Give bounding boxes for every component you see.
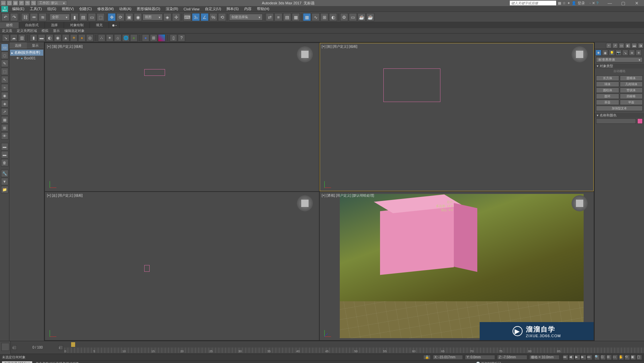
prim-sphere[interactable]: 球体 xyxy=(596,82,619,87)
ltc-e-icon[interactable]: ⊞ xyxy=(1,124,8,132)
sun-icon[interactable]: ☀ xyxy=(70,34,77,42)
spray-icon[interactable]: ✶ xyxy=(106,34,113,42)
login-label[interactable]: 登录 xyxy=(578,1,585,6)
particle-icon[interactable]: ∴ xyxy=(98,34,105,42)
menu-script[interactable]: 脚本(S) xyxy=(224,6,241,11)
infocenter-icon[interactable]: ▦ xyxy=(558,1,561,5)
help-search-input[interactable] xyxy=(509,0,556,6)
menu-anim[interactable]: 动画(A) xyxy=(116,6,134,11)
named-selection-dropdown[interactable]: 创建选择集▾ xyxy=(229,14,263,20)
mat-sphere-icon[interactable]: ● xyxy=(142,34,149,42)
scale-button[interactable]: ▣ xyxy=(125,13,133,21)
vp-layout-4-icon[interactable] xyxy=(1,343,9,351)
placement-button[interactable]: ◉ xyxy=(134,13,142,21)
cp-arrow-icon[interactable]: ↗ xyxy=(612,43,618,48)
menu-help[interactable]: 帮助(H) xyxy=(254,6,272,11)
prim-teapot[interactable]: 茶壶 xyxy=(596,100,619,105)
keyboard-shortcut-button[interactable]: ⌨ xyxy=(183,13,191,21)
percent-snap-button[interactable]: % xyxy=(209,13,217,21)
menu-civilview[interactable]: Civil View xyxy=(181,7,202,11)
tree-icon[interactable]: ♠ xyxy=(130,34,138,42)
align-button[interactable]: ≡ xyxy=(274,13,282,21)
maxview-icon[interactable]: ▣ xyxy=(631,355,636,360)
env-2-icon[interactable]: ▬ xyxy=(38,34,45,42)
next-frame-icon[interactable]: ▶ xyxy=(581,355,586,360)
cp-o3-icon[interactable]: ◑ xyxy=(638,43,643,48)
lock-icon[interactable]: 🔒 xyxy=(423,355,431,360)
cp-o2-icon[interactable]: ▬ xyxy=(632,43,637,48)
tab-hierarchy-icon[interactable]: 💡 xyxy=(609,50,615,56)
minimize-button[interactable]: — xyxy=(603,0,616,6)
ltc-trash-icon[interactable]: 🗑 xyxy=(1,159,8,166)
tab-create-icon[interactable]: ✹ xyxy=(595,50,601,56)
menu-tools[interactable]: 工具(T) xyxy=(27,6,45,11)
ltc-paint-icon[interactable]: ✎ xyxy=(1,60,8,67)
render-button[interactable]: ☕ xyxy=(358,13,366,21)
menu-create[interactable]: 创建(C) xyxy=(76,6,94,11)
link-button[interactable]: ⛓ xyxy=(21,13,29,21)
photo-icon[interactable]: ▥ xyxy=(18,34,25,42)
auto-grid-label[interactable]: 自动栅格 xyxy=(595,68,644,74)
schematic-button[interactable]: ⊞ xyxy=(320,13,328,21)
sphere-icon[interactable]: ◐ xyxy=(46,34,53,42)
prim-cone[interactable]: 圆锥体 xyxy=(620,75,643,81)
mat-color-icon[interactable] xyxy=(158,34,165,42)
undo-icon[interactable]: ↶ xyxy=(19,0,24,6)
ribbon-tab-modeling[interactable]: 建模 xyxy=(0,22,19,28)
tab-modify-icon[interactable]: ◉ xyxy=(602,50,608,56)
rollout-namecolor[interactable]: ▾ 名称和颜色 xyxy=(595,112,644,118)
ltc-box1-icon[interactable]: ▬ xyxy=(1,143,8,150)
zoom-all-icon[interactable]: ⊡ xyxy=(600,355,606,360)
viewport-front[interactable]: [+] [前] [用户定义] [线框] xyxy=(320,43,594,191)
ribbon-tab-freeform[interactable]: 自由形式 xyxy=(19,22,45,28)
material-editor-button[interactable]: ◐ xyxy=(329,13,337,21)
minview-icon[interactable]: ▢ xyxy=(637,355,642,360)
ring-icon[interactable]: ◎ xyxy=(86,34,94,42)
open-icon[interactable]: ▢ xyxy=(7,0,12,6)
prim-textplus[interactable]: 加强型文本 xyxy=(596,106,643,111)
rollout-objtype[interactable]: ▾ 对象类型 xyxy=(595,63,644,68)
fov-icon[interactable]: ▭ xyxy=(612,355,618,360)
app-logo-icon[interactable]: 3MAX xyxy=(1,6,8,12)
link-icon[interactable]: ⌥ xyxy=(31,0,36,6)
close-button[interactable]: ✕ xyxy=(630,0,643,6)
help2-icon[interactable]: ? xyxy=(178,34,185,42)
rotate-button[interactable]: ⟳ xyxy=(116,13,124,21)
ltc-wrench-icon[interactable]: 🔧 xyxy=(1,170,8,177)
select-window-button[interactable]: ⬚ xyxy=(97,13,105,21)
menu-grapheditor[interactable]: 图形编辑器(D) xyxy=(134,6,163,11)
category-dropdown[interactable]: 标准基本体▾ xyxy=(596,57,643,62)
viewport-top[interactable]: [+] [顶] [用户定义] [线框] xyxy=(45,43,319,191)
maximize-button[interactable]: ▢ xyxy=(616,0,630,6)
save-icon[interactable]: ▤ xyxy=(13,0,18,6)
ribbon-tab-paint[interactable]: 对象绘制 xyxy=(64,22,90,28)
tab-util-icon[interactable]: ≋ xyxy=(629,50,635,56)
ltc-wave-icon[interactable]: ≈ xyxy=(1,84,8,91)
clipboard-icon[interactable]: ▯ xyxy=(170,34,177,42)
ribbon-sub-0[interactable]: 定义流 xyxy=(2,29,12,33)
zoom-icon[interactable]: 🔍 xyxy=(594,355,600,360)
mirror-button[interactable]: ⇄ xyxy=(266,13,274,21)
coord-x[interactable]: X: -15.017mm xyxy=(433,355,463,360)
ltc-fence-icon[interactable]: ⬚ xyxy=(1,68,8,75)
render-frame-button[interactable]: ▭ xyxy=(349,13,357,21)
goto-end-icon[interactable]: ⏭ xyxy=(587,355,592,360)
render-setup-button[interactable]: ⚙ xyxy=(340,13,348,21)
timeline-track[interactable]: 0510 152025 303540 455055 606570 758085 xyxy=(64,342,644,353)
coord-y[interactable]: Y: 0.0mm xyxy=(465,355,495,360)
scene-sort-header[interactable]: ▸名称(按升序排序) xyxy=(10,50,43,56)
object-name-input[interactable] xyxy=(596,118,636,124)
viewport-left[interactable]: [+] [左] [用户定义] [线框] xyxy=(45,192,319,340)
object-color-swatch[interactable] xyxy=(637,118,643,124)
unlink-button[interactable]: ⚮ xyxy=(30,13,38,21)
sphere2-icon[interactable]: ◉ xyxy=(54,34,61,42)
play-icon[interactable]: ▶ xyxy=(575,355,580,360)
cp-o1-icon[interactable]: ◐ xyxy=(625,43,631,48)
redo-icon[interactable]: ↷ xyxy=(25,0,30,6)
undo-button[interactable]: ↶ xyxy=(1,13,9,21)
pan-icon[interactable]: ✋ xyxy=(619,355,624,360)
snap-toggle-button[interactable]: 3ₛ xyxy=(192,13,200,21)
ribbon-sub-1[interactable]: 定义关闭区域 xyxy=(17,29,37,33)
ribbon-sub-3[interactable]: 显示 xyxy=(53,29,60,33)
prim-cyl[interactable]: 圆柱体 xyxy=(596,88,619,93)
